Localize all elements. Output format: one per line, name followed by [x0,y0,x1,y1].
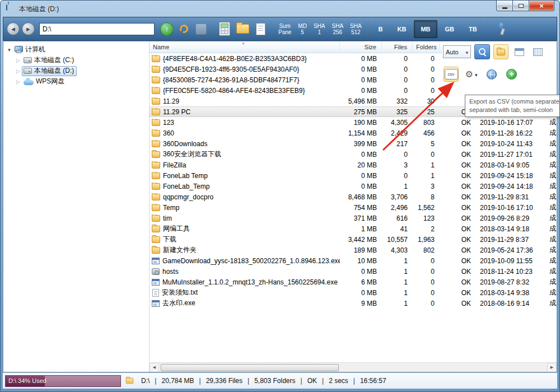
table-row[interactable]: 3601,154 MB2,429456OK2019-11-28 16:22成 [150,128,557,138]
columns-view-button[interactable] [530,44,545,59]
table-row[interactable]: 去水印.exe9 MB10OK2018-08-16 9:14成 [150,298,557,309]
cell-date: 2019-11-29 8:31 [475,193,549,201]
statusbar: D:\ 34% Used D:\ 20,784 MB 29,336 Files … [3,372,557,389]
cell-state: OK [440,300,475,307]
column-header-size[interactable]: Size [340,41,382,53]
cell-state: OK [440,225,475,233]
cell-date: 2019-09-24 15:18 [475,172,549,180]
cell-state: OK [440,172,475,180]
hash-button-sha1[interactable]: SHA1 [310,22,329,36]
cell-state: OK [440,257,475,265]
sum-pane-button[interactable]: Sum Pane [275,22,295,36]
table-row[interactable]: tim371 MB616123OK2019-09-26 8:29成 [150,213,557,223]
back-arrow-icon: ◀ [11,26,15,32]
folder-icon [152,151,160,158]
status-folders: 5,803 Folders [254,377,295,385]
cell-folders: 0 [413,66,440,73]
csv-icon: csv [445,69,458,80]
table-row[interactable]: 网编工具1 MB412OK2018-03-14 9:18成 [150,223,557,234]
cell-files: 0 [382,76,413,84]
sidebar-item[interactable]: 计算机 [3,44,149,55]
maximize-button[interactable] [513,1,529,11]
add-button[interactable] [504,67,519,82]
cell-size: 1 MB [340,225,382,233]
cell-extra: 成 [549,213,557,223]
column-header-name[interactable]: Name▴ [150,41,340,53]
unit-button-gb[interactable]: GB [438,20,461,38]
scroll-right-button[interactable]: ▶ [547,363,557,372]
export-csv-button[interactable]: csv [444,67,459,82]
unit-button-b[interactable]: B [372,20,390,38]
cell-date: 2019-10-16 17:07 [475,119,549,127]
hash-button-md5[interactable]: MD5 [295,22,310,36]
table-row[interactable]: Temp754 MB2,4961,562OK2019-10-16 17:10成 [150,202,557,213]
status-separator [199,377,201,385]
unit-button-kb[interactable]: KB [391,20,413,38]
folder-icon [152,77,160,83]
back-button[interactable]: ◀ [7,22,20,35]
website-button[interactable] [484,67,499,82]
address-input[interactable] [39,23,155,35]
settings-button[interactable]: ⚙ [464,67,479,82]
table-row[interactable]: hosts0 MB10OK2018-11-24 10:23成 [150,266,557,277]
sidebar-item[interactable]: WPS网盘 [3,76,149,87]
unit-button-tb[interactable]: TB [462,20,484,38]
table-row[interactable]: FoneLab_Temp0 MB13OK2019-09-24 14:18成 [150,181,557,192]
sidebar-item[interactable]: 本地磁盘 (D:) [3,66,149,76]
refresh-button[interactable] [178,23,189,34]
folder-icon [152,87,160,94]
hash-button-sha512[interactable]: SHA512 [347,22,365,36]
cell-files: 1 [382,268,413,276]
cell-folders: 0 [413,55,440,63]
table-row[interactable]: 下载3,442 MB10,5571,963OK2019-11-29 8:37成 [150,234,557,245]
file-name: 下载 [163,235,176,244]
table-row[interactable]: 新建文件夹189 MB4,303802OK2019-05-24 17:36成 [150,245,557,255]
sidebar-item[interactable]: 本地磁盘 (C:) [3,55,149,66]
scrollbar-thumb[interactable] [161,364,339,371]
csv-export-tooltip: Export as CSV (comma separated, separate… [465,95,560,117]
scroll-left-button[interactable]: ◀ [150,363,159,372]
new-file-button[interactable] [256,23,265,35]
maximize-icon [519,4,524,8]
file-name: 123 [163,119,174,127]
expander-icon[interactable] [15,58,22,63]
expander-icon[interactable] [15,68,22,74]
forward-button[interactable]: ▶ [22,22,35,35]
file-name: 11.29 PC [163,108,190,116]
cell-size: 399 MB [340,140,382,148]
browse-folder-button[interactable] [493,44,508,59]
auto-dropdown[interactable]: Auto [443,45,471,58]
up-button[interactable]: ↑ [160,22,174,36]
expander-icon[interactable] [6,47,13,53]
table-row[interactable]: FoneLab Temp0 MB01OK2019-09-24 15:18成 [150,170,557,181]
table-row[interactable]: FileZilla20 MB31OK2018-03-14 9:05成 [150,160,557,170]
folder-icon [152,109,160,115]
expander-icon[interactable] [15,79,22,85]
cell-extra: 成 [549,245,557,255]
column-header-files[interactable]: Files [382,41,413,53]
horizontal-scrollbar[interactable]: ◀ ▶ [150,362,557,372]
unit-button-mb[interactable]: MB [414,20,437,38]
unit-buttons: BKBMBGBTB [371,20,484,38]
open-folder-button[interactable] [236,24,249,34]
file-name: 去水印.exe [162,298,195,308]
table-row[interactable]: qqpcmgr_docpro8,468 MB3,7068OK2019-11-29… [150,192,557,202]
table-row[interactable]: GameDownload_yysc-18183_500202276_1.0.89… [150,255,557,266]
cell-name: Temp [150,204,340,212]
stop-button[interactable] [195,24,207,35]
hash-button-sha256[interactable]: SHA256 [328,22,347,36]
disk-icon [24,57,32,63]
calculator-button[interactable] [219,22,230,36]
table-row[interactable]: 123190 MB4,305803OK2019-10-16 17:07成 [150,117,557,128]
close-button[interactable]: × [529,1,554,11]
tools-button[interactable] [495,22,505,36]
table-row[interactable]: 安装须知.txt0 MB10OK2018-03-14 9:38成 [150,287,557,298]
details-view-button[interactable] [512,44,527,59]
table-row[interactable]: 360安全浏览器下载0 MB00OK2019-11-27 17:01成 [150,149,557,160]
column-header-folders[interactable]: Folders [413,41,440,53]
table-row[interactable]: 360Downloads399 MB2175OK2019-10-24 11:43… [150,138,557,149]
minimize-button[interactable] [496,1,513,11]
folder-icon [152,226,160,232]
table-row[interactable]: MuMuInstaller_1.1.0.2_mnqt13_zh-Hans_156… [150,277,557,287]
search-button[interactable] [474,44,490,59]
